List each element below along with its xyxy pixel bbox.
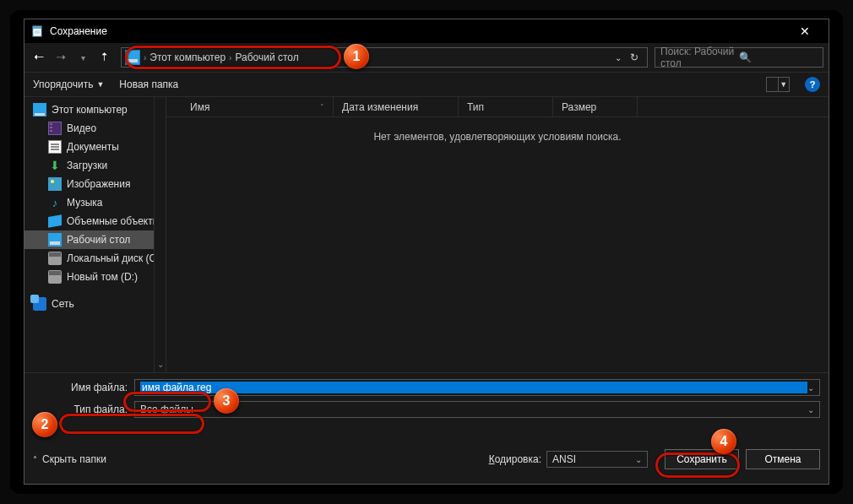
navigation-row: 🠐 🠒 ▾ 🠑 › Этот компьютер › Рабочий стол … xyxy=(24,43,829,72)
pictures-icon xyxy=(48,177,62,191)
search-input[interactable]: Поиск: Рабочий стол 🔍 xyxy=(655,47,823,68)
dropdown-icon[interactable]: ⌄ xyxy=(807,405,814,415)
file-list: Имя˄ Дата изменения Тип Размер Нет элеме… xyxy=(166,97,829,372)
search-icon: 🔍 xyxy=(739,51,818,63)
column-date[interactable]: Дата изменения xyxy=(334,97,459,117)
forward-button[interactable]: 🠒 xyxy=(52,48,70,67)
tree-item[interactable]: Объемные объекты xyxy=(24,212,166,230)
recent-dropdown[interactable]: ▾ xyxy=(73,48,92,67)
back-button[interactable]: 🠐 xyxy=(30,48,48,67)
disk-icon xyxy=(48,252,62,265)
breadcrumb-segment[interactable]: Этот компьютер xyxy=(149,51,225,63)
address-bar[interactable]: › Этот компьютер › Рабочий стол ⌄ ↻ xyxy=(121,47,648,68)
this-pc-icon xyxy=(33,103,46,117)
tree-item[interactable]: ⬇Загрузки xyxy=(24,156,166,175)
tree-item[interactable]: Видео xyxy=(24,119,166,138)
title-bar: Сохранение ✕ xyxy=(24,19,829,43)
desktop-icon xyxy=(48,233,62,247)
new-folder-button[interactable]: Новая папка xyxy=(119,79,178,90)
tree-item[interactable]: ♪Музыка xyxy=(24,193,166,212)
refresh-button[interactable]: ↻ xyxy=(630,51,638,63)
column-size[interactable]: Размер xyxy=(553,97,638,117)
breadcrumb-segment[interactable]: Рабочий стол xyxy=(235,51,298,63)
encoding-label: Кодировка: xyxy=(489,453,541,465)
help-button[interactable]: ? xyxy=(805,77,820,92)
annotation-badge-3: 3 xyxy=(214,388,239,414)
video-icon xyxy=(48,122,62,135)
up-button[interactable]: 🠑 xyxy=(95,48,114,67)
cancel-button[interactable]: Отмена xyxy=(746,449,820,469)
tree-item-desktop[interactable]: Рабочий стол xyxy=(24,230,166,249)
sidebar-scrollbar[interactable]: ⌄ xyxy=(154,97,166,372)
tree-item[interactable]: Изображения xyxy=(24,175,166,193)
filename-label: Имя файла: xyxy=(24,382,134,393)
encoding-select[interactable]: ANSI ⌄ xyxy=(546,451,648,468)
search-placeholder: Поиск: Рабочий стол xyxy=(660,46,739,69)
music-icon: ♪ xyxy=(48,196,62,209)
notepad-icon xyxy=(31,24,45,38)
chevron-right-icon: › xyxy=(144,53,146,62)
annotation-badge-1: 1 xyxy=(344,44,369,69)
disk-icon xyxy=(48,270,62,284)
tree-item[interactable]: Документы xyxy=(24,138,166,156)
downloads-icon: ⬇ xyxy=(48,159,62,172)
bottom-panel: Имя файла: имя файла.reg ⌄ Тип файла: Вс… xyxy=(24,372,829,484)
dropdown-icon[interactable]: ⌄ xyxy=(807,383,814,393)
tree-item[interactable]: Локальный диск (C:) xyxy=(24,249,166,268)
organize-button[interactable]: Упорядочить▼ xyxy=(33,79,104,90)
save-dialog: Сохранение ✕ 🠐 🠒 ▾ 🠑 › Этот компьютер › … xyxy=(24,19,829,485)
column-headers: Имя˄ Дата изменения Тип Размер xyxy=(166,97,829,117)
annotation-badge-2: 2 xyxy=(32,412,57,437)
empty-message: Нет элементов, удовлетворяющих условиям … xyxy=(166,117,829,143)
close-button[interactable]: ✕ xyxy=(788,24,822,38)
3d-objects-icon xyxy=(48,214,62,228)
tree-network[interactable]: Сеть xyxy=(24,295,166,313)
svg-rect-1 xyxy=(33,26,41,29)
dropdown-icon[interactable]: ⌄ xyxy=(635,455,642,464)
toolbar: Упорядочить▼ Новая папка ▼ ? xyxy=(24,72,829,97)
documents-icon xyxy=(48,140,62,154)
annotation-badge-4: 4 xyxy=(711,429,736,454)
tree-item[interactable]: Новый том (D:) xyxy=(24,268,166,286)
hide-folders-toggle[interactable]: ˄Скрыть папки xyxy=(33,453,106,465)
column-type[interactable]: Тип xyxy=(459,97,553,117)
sort-indicator-icon: ˄ xyxy=(320,103,324,111)
navigation-pane: Этот компьютер Видео Документы ⬇Загрузки… xyxy=(24,97,166,372)
this-pc-icon xyxy=(125,50,140,65)
tree-this-pc[interactable]: Этот компьютер xyxy=(24,100,166,119)
chevron-up-icon: ˄ xyxy=(33,455,37,464)
chevron-right-icon: › xyxy=(229,53,231,62)
column-name[interactable]: Имя˄ xyxy=(182,97,334,117)
view-options-button[interactable]: ▼ xyxy=(766,77,790,92)
window-title: Сохранение xyxy=(50,25,788,37)
network-icon xyxy=(33,297,46,311)
filename-input[interactable]: имя файла.reg ⌄ xyxy=(134,379,820,396)
scroll-down-icon: ⌄ xyxy=(155,357,166,371)
address-dropdown[interactable]: ⌄ xyxy=(615,53,622,62)
